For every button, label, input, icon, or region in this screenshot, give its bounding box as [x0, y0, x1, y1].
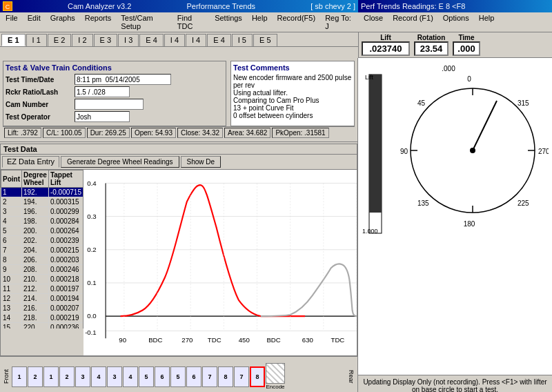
- cyl-8b-highlighted[interactable]: 8: [250, 366, 265, 387]
- table-row[interactable]: 10210.0.000218: [1, 275, 83, 284]
- status-area: Area: 34.682: [224, 128, 270, 138]
- cyl-3a[interactable]: 3: [75, 366, 90, 387]
- cyl-1a[interactable]: 1: [12, 366, 27, 387]
- table-row[interactable]: 1192.-0.000715: [1, 188, 83, 197]
- menu-findtdc[interactable]: Find TDC: [173, 13, 209, 31]
- label-test-operator: Test Operator: [6, 113, 75, 121]
- svg-text:225: 225: [518, 199, 529, 207]
- menu-regto[interactable]: Reg To: J: [321, 13, 357, 31]
- table-row[interactable]: 13216.0.000207: [1, 304, 83, 313]
- menu-file[interactable]: File: [1, 13, 22, 31]
- rotation-value: 23.54: [414, 41, 448, 56]
- menu-testcam[interactable]: Test/Cam Setup: [117, 13, 171, 31]
- right-panel-title: Perf Trends Readings: E 8 <F8: [361, 2, 465, 10]
- table-row[interactable]: 14218.0.000219: [1, 313, 83, 323]
- rear-label: Rear: [348, 370, 355, 384]
- label-test-time: Test Time/Date: [6, 76, 75, 84]
- cyl-4a[interactable]: 4: [91, 366, 106, 387]
- table-row[interactable]: 6202.0.000239: [1, 236, 83, 246]
- svg-text:0: 0: [467, 75, 471, 83]
- status-cl: C/L: 100.05: [43, 128, 86, 138]
- menu-options[interactable]: Options: [439, 13, 473, 31]
- cyl-4b[interactable]: 4: [123, 366, 138, 387]
- input-test-operator[interactable]: [75, 111, 130, 122]
- menu-edit[interactable]: Edit: [23, 13, 45, 31]
- table-row[interactable]: 4198.0.000284: [1, 217, 83, 226]
- app-title: Cam Analyzer v3.2: [68, 2, 131, 10]
- lift-value: .023740: [362, 41, 410, 56]
- cyl-6a[interactable]: 6: [155, 366, 170, 387]
- menu-help[interactable]: Help: [248, 13, 272, 31]
- col-lift: TappetLift: [48, 170, 83, 188]
- btn-generate[interactable]: Generate Degree Wheel Readings: [61, 156, 179, 168]
- time-label: Time: [458, 34, 474, 41]
- table-row[interactable]: 11212.0.000197: [1, 284, 83, 294]
- data-table: Point DegreeWheel TappetLift 1192.-0.000…: [1, 170, 83, 329]
- comment-line-1: New encoder firmware and 2500 pulse per …: [233, 74, 352, 89]
- chart-area: 0.4 0.3 0.2 0.1 0.0 -0.1 90 BDC: [83, 170, 357, 355]
- cyl-2b[interactable]: 2: [59, 366, 75, 387]
- tab-i5[interactable]: E 4: [207, 34, 231, 46]
- menu-reports[interactable]: Reports: [81, 13, 116, 31]
- table-row[interactable]: 9208.0.000246: [1, 265, 83, 275]
- svg-text:0.2: 0.2: [87, 246, 96, 253]
- table-row[interactable]: 15220.0.000236: [1, 323, 83, 329]
- svg-text:90: 90: [119, 336, 126, 344]
- svg-text:450: 450: [239, 336, 250, 344]
- btn-show-de[interactable]: Show De: [181, 156, 221, 168]
- status-open: Open: 54.93: [131, 128, 176, 138]
- menu-record[interactable]: Record(F5): [273, 13, 320, 31]
- label-rckr: Rckr Ratio/Lash: [6, 88, 75, 96]
- table-row[interactable]: 2194.0.000315: [1, 197, 83, 207]
- col-degree: DegreeWheel: [22, 170, 49, 188]
- comment-line-5: 0 offset between cylinders: [233, 112, 352, 119]
- cyl-6b[interactable]: 6: [186, 366, 201, 387]
- table-row[interactable]: 8206.0.000203: [1, 255, 83, 265]
- input-rckr[interactable]: [75, 86, 130, 97]
- tab-e5-1[interactable]: I 4: [186, 34, 206, 46]
- menu-record-f1[interactable]: Record (F1): [388, 13, 437, 31]
- tab-e4[interactable]: E 4: [139, 34, 164, 46]
- comment-line-2: Using actual lifter.: [233, 89, 352, 97]
- svg-text:.000: .000: [442, 65, 455, 72]
- rotation-display: Rotation 23.54: [414, 34, 448, 56]
- tab-e1[interactable]: E 1: [1, 34, 26, 46]
- tab-i4[interactable]: I 4: [164, 34, 185, 46]
- cyl-5a[interactable]: 5: [139, 366, 154, 387]
- svg-text:90: 90: [400, 148, 408, 155]
- cyl-8a[interactable]: 8: [218, 366, 233, 387]
- tab-i3[interactable]: I 3: [118, 34, 139, 46]
- app-icon: C: [3, 1, 12, 11]
- tab-last-e5[interactable]: E 5: [253, 34, 277, 46]
- cyl-1b[interactable]: 1: [43, 366, 59, 387]
- status-close: Close: 34.32: [177, 128, 223, 138]
- comments-section: Test Comments New encoder firmware and 2…: [230, 61, 355, 126]
- comment-line-3: Comparing to Cam Pro Plus: [233, 97, 352, 104]
- table-row[interactable]: 5200.0.000264: [1, 226, 83, 236]
- cyl-7a[interactable]: 7: [202, 366, 217, 387]
- svg-text:135: 135: [417, 199, 429, 207]
- cyl-7b[interactable]: 7: [234, 366, 249, 387]
- table-row[interactable]: 12214.0.000194: [1, 294, 83, 304]
- lift-label: Lift: [380, 34, 391, 41]
- table-row[interactable]: 3196.0.000299: [1, 207, 83, 217]
- menu-settings[interactable]: Settings: [210, 13, 246, 31]
- tab-i2[interactable]: I 2: [72, 34, 92, 46]
- status-lift: Lift: .3792: [4, 128, 41, 138]
- input-test-time[interactable]: [75, 74, 171, 85]
- cyl-2a[interactable]: 2: [28, 366, 43, 387]
- menu-graphs[interactable]: Graphs: [46, 13, 79, 31]
- tab-e2[interactable]: E 2: [48, 34, 72, 46]
- svg-text:270: 270: [538, 148, 549, 155]
- table-row[interactable]: 7204.0.000215: [1, 246, 83, 255]
- menu-help-right[interactable]: Help: [475, 13, 499, 31]
- menu-close[interactable]: Close: [359, 13, 387, 31]
- cyl-3b[interactable]: 3: [107, 366, 122, 387]
- input-cam-number[interactable]: [75, 99, 144, 110]
- tab-e3[interactable]: E 3: [94, 34, 118, 46]
- svg-text:630: 630: [302, 336, 313, 344]
- subtab-ez-entry[interactable]: EZ Data Entry: [2, 156, 59, 168]
- tab-i1[interactable]: I 1: [26, 34, 47, 46]
- cyl-5b[interactable]: 5: [170, 366, 186, 387]
- tab-e5[interactable]: I 5: [232, 34, 253, 46]
